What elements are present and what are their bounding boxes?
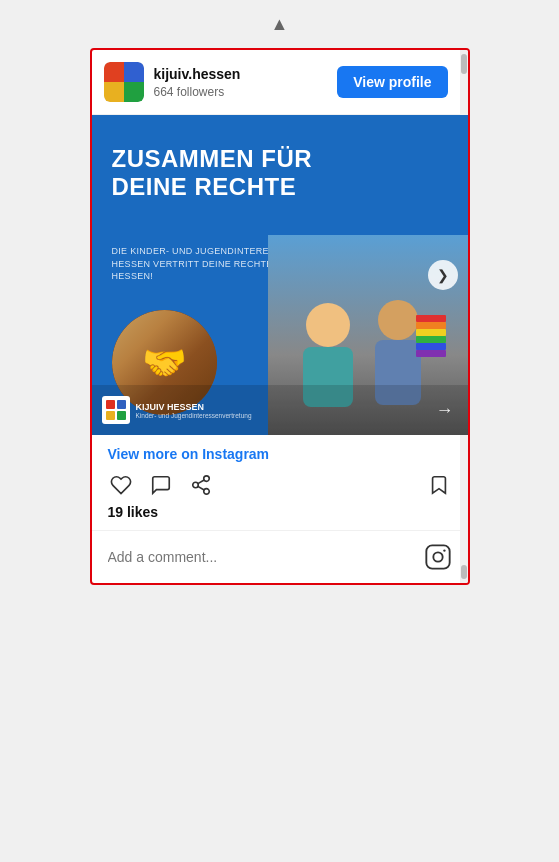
svg-rect-7 [416, 329, 446, 336]
svg-point-17 [203, 489, 209, 495]
svg-line-19 [197, 480, 203, 484]
svg-rect-11 [106, 400, 115, 409]
svg-rect-6 [416, 322, 446, 329]
avatar-q2 [124, 62, 144, 82]
post-headline: ZUSAMMEN FÜR DEINE RECHTE [112, 145, 388, 200]
chevron-up-area: ▲ [230, 10, 330, 38]
svg-point-1 [306, 303, 350, 347]
action-buttons [108, 472, 452, 498]
share-button[interactable] [188, 472, 214, 498]
instagram-icon [424, 543, 452, 571]
page-wrapper: ▲ kijuiv.hessen 664 followers View profi… [0, 0, 559, 862]
comment-icon [150, 474, 172, 496]
svg-rect-14 [117, 411, 126, 420]
profile-username: kijuiv.hessen [154, 65, 338, 83]
instagram-widget: kijuiv.hessen 664 followers View profile… [90, 48, 470, 585]
logo-subtitle: Kinder- und Jugend­interessen­vertretung [136, 412, 252, 419]
avatar-q3 [104, 82, 124, 102]
logo-box [102, 396, 130, 424]
bookmark-icon [428, 474, 450, 496]
view-more-link[interactable]: View more on Instagram [108, 446, 270, 462]
chevron-right-icon: ❯ [437, 267, 449, 283]
scrollbar-thumb-bottom [461, 565, 467, 579]
carousel-next-button[interactable]: ❯ [428, 260, 458, 290]
likes-count: 19 likes [108, 504, 452, 520]
svg-rect-9 [416, 343, 446, 350]
like-button[interactable] [108, 472, 134, 498]
svg-rect-5 [416, 315, 446, 322]
post-actions: View more on Instagram [92, 435, 468, 531]
kijuiv-logo: KiJuIV Hessen Kinder- und Jugend­interes… [102, 396, 252, 424]
svg-rect-20 [426, 545, 449, 568]
instagram-logo-button[interactable] [424, 543, 452, 571]
comment-area [92, 531, 468, 583]
svg-point-22 [443, 549, 445, 551]
arrow-right-icon: → [436, 400, 454, 421]
comment-input[interactable] [108, 549, 414, 565]
comment-button[interactable] [148, 472, 174, 498]
svg-rect-8 [416, 336, 446, 343]
svg-point-15 [203, 476, 209, 482]
chevron-up-icon: ▲ [271, 14, 289, 35]
view-profile-button[interactable]: View profile [337, 66, 447, 98]
scrollbar-thumb-top [461, 54, 467, 74]
avatar-q1 [104, 62, 124, 82]
profile-info: kijuiv.hessen 664 followers [154, 65, 338, 98]
post-image-area: ZUSAMMEN FÜR DEINE RECHTE DIE KINDER- UN… [92, 115, 468, 435]
profile-header: kijuiv.hessen 664 followers View profile [92, 50, 468, 115]
logo-text-stack: KiJuIV Hessen Kinder- und Jugend­interes… [136, 402, 252, 419]
bookmark-button[interactable] [426, 472, 452, 498]
svg-point-21 [433, 552, 442, 561]
post-footer-overlay: KiJuIV Hessen Kinder- und Jugend­interes… [92, 385, 468, 435]
logo-name: KiJuIV Hessen [136, 402, 252, 412]
share-icon [190, 474, 212, 496]
svg-rect-10 [416, 350, 446, 357]
svg-point-16 [192, 482, 198, 488]
svg-line-18 [197, 486, 203, 490]
avatar [104, 62, 144, 102]
logo-svg [105, 399, 127, 421]
svg-rect-12 [117, 400, 126, 409]
avatar-grid [104, 62, 144, 102]
heart-icon [110, 474, 132, 496]
profile-followers: 664 followers [154, 85, 338, 99]
svg-point-3 [378, 300, 418, 340]
avatar-q4 [124, 82, 144, 102]
svg-rect-13 [106, 411, 115, 420]
